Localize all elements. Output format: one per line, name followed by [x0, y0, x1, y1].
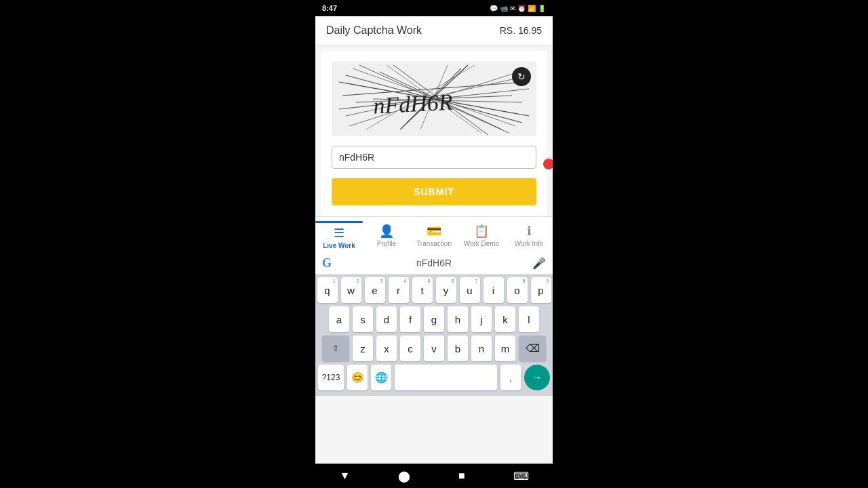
refresh-icon: ↻: [517, 71, 526, 82]
transaction-icon: 💳: [427, 224, 441, 239]
back-button[interactable]: ▼: [339, 470, 350, 482]
keyboard-search-bar: G nFdH6R 🎤: [315, 252, 553, 274]
floating-indicator: [543, 159, 553, 169]
status-time: 8:47: [322, 4, 337, 12]
key-f[interactable]: f: [400, 306, 420, 332]
key-z[interactable]: z: [353, 336, 373, 361]
key-k[interactable]: k: [495, 306, 515, 332]
app-area: Daily Captcha Work RS. 16.95: [315, 16, 553, 464]
key-m[interactable]: m: [495, 336, 515, 361]
svg-text:nFdH6R: nFdH6R: [372, 89, 453, 119]
captcha-section: nFdH6R ↻ SUBMIT: [321, 51, 547, 216]
key-n[interactable]: n: [471, 336, 492, 361]
work-info-label: Work Info: [515, 240, 544, 247]
key-q[interactable]: 1q: [317, 277, 338, 303]
key-row-bottom: ?123 😊 🌐 . →: [317, 365, 551, 390]
key-p[interactable]: 9p: [531, 277, 551, 303]
key-b[interactable]: b: [448, 336, 468, 361]
key-x[interactable]: x: [376, 336, 397, 361]
nav-item-live-work[interactable]: ☰ Live Work: [315, 221, 363, 249]
key-s[interactable]: s: [353, 306, 373, 332]
key-row-2: a s d f g h j k l: [317, 306, 551, 332]
space-key[interactable]: [395, 365, 497, 390]
home-button[interactable]: ⬤: [398, 470, 410, 483]
key-r[interactable]: 4r: [389, 277, 409, 303]
key-o[interactable]: 8o: [507, 277, 528, 303]
nav-active-indicator: [315, 221, 363, 223]
keyboard-rows: 1q 2w 3e 4r 5t 6y 7u i 8o 9p a s d f: [315, 274, 553, 396]
live-work-icon: ☰: [334, 226, 344, 241]
status-bar: 8:47 💬 📹 ✉ ⏰ 📶 🔋: [315, 0, 553, 16]
emoji-key[interactable]: 😊: [347, 365, 368, 390]
key-l[interactable]: l: [519, 306, 539, 332]
work-info-icon: ℹ: [527, 224, 532, 239]
app-title: Daily Captcha Work: [326, 24, 422, 37]
keyboard: G nFdH6R 🎤 1q 2w 3e 4r 5t 6y 7u i 8o 9p: [315, 252, 553, 396]
bottom-nav: ☰ Live Work 👤 Profile 💳 Transaction 📋 Wo…: [315, 216, 553, 252]
key-d[interactable]: d: [376, 306, 397, 332]
profile-icon: 👤: [379, 224, 394, 239]
globe-key[interactable]: 🌐: [371, 365, 391, 390]
work-demo-label: Work Demo: [464, 240, 500, 247]
profile-label: Profile: [377, 240, 396, 247]
key-u[interactable]: 7u: [460, 277, 480, 303]
recents-button[interactable]: ■: [458, 470, 465, 482]
android-nav-bar: ▼ ⬤ ■ ⌨: [315, 464, 553, 488]
captcha-image-container: nFdH6R ↻: [332, 62, 536, 136]
submit-button[interactable]: SUBMIT: [332, 178, 536, 205]
refresh-captcha-button[interactable]: ↻: [512, 67, 531, 86]
nav-item-work-demo[interactable]: 📋 Work Demo: [458, 224, 505, 247]
mic-icon[interactable]: 🎤: [532, 257, 546, 270]
key-t[interactable]: 5t: [412, 277, 433, 303]
num-key[interactable]: ?123: [318, 365, 344, 390]
keyboard-search-text: nFdH6R: [341, 258, 527, 268]
delete-key[interactable]: ⌫: [519, 336, 546, 361]
captcha-input[interactable]: [332, 146, 536, 169]
live-work-label: Live Work: [323, 242, 355, 249]
key-e[interactable]: 3e: [365, 277, 385, 303]
nav-item-profile[interactable]: 👤 Profile: [363, 224, 410, 247]
key-row-3: ⇧ z x c v b n m ⌫: [317, 336, 551, 361]
key-c[interactable]: c: [400, 336, 420, 361]
key-y[interactable]: 6y: [436, 277, 456, 303]
shift-key[interactable]: ⇧: [322, 336, 349, 361]
key-row-1: 1q 2w 3e 4r 5t 6y 7u i 8o 9p: [317, 277, 551, 303]
enter-key[interactable]: →: [524, 365, 550, 390]
key-w[interactable]: 2w: [341, 277, 361, 303]
key-i[interactable]: i: [484, 277, 504, 303]
period-key[interactable]: .: [500, 365, 521, 390]
key-h[interactable]: h: [448, 306, 468, 332]
nav-item-transaction[interactable]: 💳 Transaction: [410, 224, 458, 247]
key-g[interactable]: g: [424, 306, 444, 332]
key-a[interactable]: a: [329, 306, 349, 332]
status-icons: 💬 📹 ✉ ⏰ 📶 🔋: [490, 5, 546, 12]
keyboard-button[interactable]: ⌨: [513, 470, 529, 483]
google-logo: G: [322, 256, 336, 270]
nav-item-work-info[interactable]: ℹ Work Info: [505, 224, 553, 247]
work-demo-icon: 📋: [474, 224, 489, 239]
balance-amount: RS. 16.95: [500, 25, 542, 36]
key-j[interactable]: j: [471, 306, 492, 332]
transaction-label: Transaction: [416, 240, 452, 247]
key-v[interactable]: v: [424, 336, 444, 361]
top-bar: Daily Captcha Work RS. 16.95: [315, 16, 553, 45]
